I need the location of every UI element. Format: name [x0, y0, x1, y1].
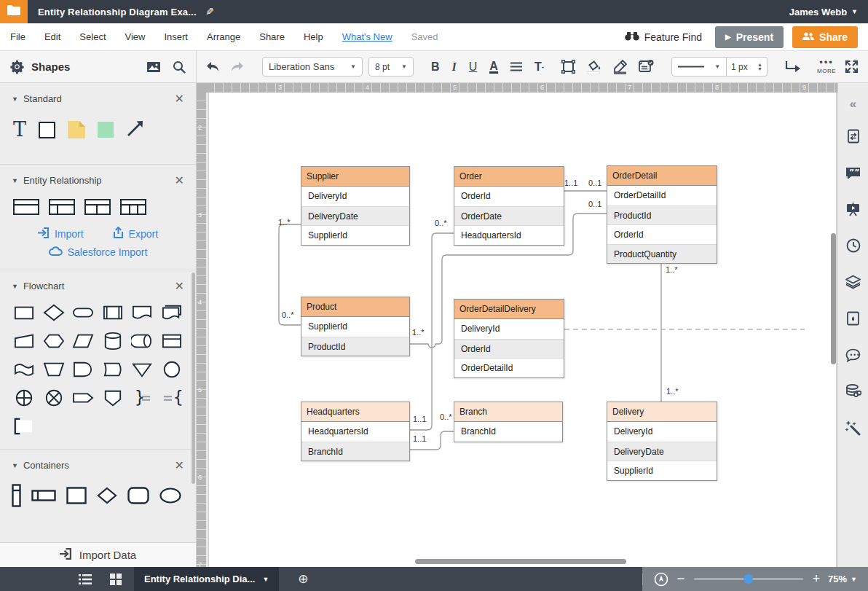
flowchart-loop-limit-shape[interactable]	[72, 388, 94, 410]
close-icon[interactable]: ✕	[175, 458, 184, 472]
presentation-icon[interactable]	[838, 191, 868, 227]
flowchart-merge-shape[interactable]	[131, 360, 153, 382]
er-entity-branch[interactable]: BranchBranchId	[454, 402, 563, 442]
er-entity-row[interactable]: OrderId	[454, 187, 564, 206]
collapse-triangle-icon[interactable]: ▼	[12, 462, 18, 469]
er-table-shape-2[interactable]	[49, 199, 75, 218]
container-rectangle-shape[interactable]	[66, 487, 87, 507]
er-entity-row[interactable]: DeliveryId	[454, 319, 564, 339]
user-menu[interactable]: James Webb ▼	[789, 7, 858, 17]
font-size-select[interactable]: 8 pt ▼	[368, 57, 414, 77]
fit-to-screen-icon[interactable]	[650, 567, 672, 591]
er-entity-row[interactable]: DeliveryId	[607, 422, 717, 442]
container-diamond-shape[interactable]	[97, 487, 117, 507]
flowchart-multi-document-shape[interactable]	[161, 303, 183, 325]
er-entity-row[interactable]: OrderDetailId	[607, 186, 717, 206]
salesforce-import-link[interactable]: Salesforce Import	[49, 246, 148, 258]
zoom-slider[interactable]	[694, 578, 803, 580]
menu-view[interactable]: View	[125, 31, 146, 42]
er-entity-orderdetail[interactable]: OrderDetailOrderDetailIdProductIdOrderId…	[607, 165, 717, 264]
flowchart-direct-access-storage-shape[interactable]	[131, 332, 153, 353]
er-table-shape-3[interactable]	[84, 199, 111, 218]
arrow-shape[interactable]	[126, 119, 145, 141]
data-linking-icon[interactable]	[838, 373, 868, 410]
collapse-triangle-icon[interactable]: ▼	[12, 283, 18, 290]
comments-icon[interactable]: •••	[838, 337, 868, 373]
image-icon[interactable]	[146, 61, 161, 73]
flowchart-predefined-process-shape[interactable]	[102, 303, 124, 325]
er-entity-row[interactable]: SupplierId	[607, 461, 717, 480]
close-icon[interactable]: ✕	[175, 173, 184, 187]
panel-scrollbar[interactable]	[192, 273, 195, 484]
rectangle-shape[interactable]	[39, 122, 55, 138]
undo-icon[interactable]	[205, 61, 220, 72]
flowchart-decision-shape[interactable]	[43, 303, 65, 325]
rename-pencil-icon[interactable]: ✎	[205, 6, 214, 17]
flowchart-preparation-shape[interactable]	[43, 332, 65, 353]
er-entity-orderdetaildelivery[interactable]: OrderDetailDeliveryDeliveryIdOrderIdOrde…	[454, 299, 564, 378]
text-shape[interactable]: T	[13, 121, 26, 138]
er-entity-title[interactable]: Product	[301, 297, 409, 317]
feature-find-button[interactable]: Feature Find	[625, 31, 702, 43]
canvas[interactable]: 3456789 234567 SupplierDeliveryIdDeliver…	[197, 83, 837, 567]
container-horizontal-swimlane-shape[interactable]	[31, 490, 56, 504]
page-grid-icon[interactable]	[103, 567, 128, 591]
menu-help[interactable]: Help	[304, 31, 323, 42]
flowchart-document-shape[interactable]	[131, 303, 153, 325]
er-entity-row[interactable]: SupplierId	[301, 317, 409, 337]
add-page-button[interactable]: ⊕	[292, 571, 314, 587]
canvas-horizontal-scrollbar[interactable]	[415, 559, 626, 564]
shape-style-icon[interactable]	[561, 60, 575, 74]
documents-folder-button[interactable]	[0, 0, 28, 23]
menu-select[interactable]: Select	[79, 31, 106, 42]
container-ellipse-shape[interactable]	[159, 488, 181, 506]
container-rounded-rectangle-shape[interactable]	[127, 487, 149, 507]
page-list-icon[interactable]	[73, 567, 98, 591]
flowchart-tape-shape[interactable]	[13, 360, 35, 382]
collapse-triangle-icon[interactable]: ▼	[12, 95, 18, 103]
flowchart-data-shape[interactable]	[72, 332, 94, 353]
notes-quote-icon[interactable]: ””	[838, 154, 868, 191]
flowchart-database-shape[interactable]	[102, 332, 124, 353]
connector-type-icon[interactable]	[785, 60, 801, 73]
redo-icon[interactable]	[230, 61, 245, 72]
more-tools-button[interactable]: ••• MORE	[817, 60, 836, 74]
text-options-icon[interactable]: T-	[534, 60, 544, 74]
shape-data-icon[interactable]	[639, 60, 654, 74]
er-entity-delivery[interactable]: DeliveryDeliveryIdDeliveryDateSupplierId	[607, 402, 717, 481]
er-entity-title[interactable]: Branch	[454, 402, 562, 422]
flowchart-process-shape[interactable]	[13, 303, 35, 325]
flowchart-manual-operation-shape[interactable]	[43, 360, 65, 382]
whats-new-link[interactable]: What's New	[342, 31, 392, 42]
bold-button[interactable]: B	[431, 60, 440, 74]
zoom-level[interactable]: 75% ▼	[828, 574, 857, 584]
menu-edit[interactable]: Edit	[44, 31, 60, 42]
menu-share[interactable]: Share	[259, 31, 285, 42]
er-entity-headquarters[interactable]: HeadquartersHeadquartersIdBranchId	[301, 402, 410, 461]
er-entity-row[interactable]: ProductQuantity	[607, 244, 717, 264]
font-family-select[interactable]: Liberation Sans ▼	[262, 57, 363, 77]
step-down-icon[interactable]: ▼	[757, 67, 762, 71]
er-entity-row[interactable]: DeliveryId	[301, 187, 409, 206]
fill-color-icon[interactable]	[587, 60, 601, 74]
zoom-out-button[interactable]: −	[672, 571, 690, 587]
flowchart-brace-left-shape[interactable]: {	[161, 388, 183, 410]
import-data-button[interactable]: Import Data	[0, 542, 196, 567]
er-entity-row[interactable]: SupplierId	[301, 225, 409, 245]
container-vertical-swimlane-shape[interactable]	[12, 484, 21, 510]
close-icon[interactable]: ✕	[175, 279, 184, 293]
underline-button[interactable]: U	[469, 60, 478, 74]
er-entity-row[interactable]: OrderDate	[454, 206, 564, 226]
green-square-shape[interactable]	[98, 122, 114, 138]
er-entity-title[interactable]: Supplier	[301, 167, 409, 187]
flowchart-off-page-connector-shape[interactable]	[102, 388, 124, 410]
flowchart-connector-shape[interactable]	[161, 360, 183, 382]
flowchart-display-shape[interactable]	[102, 360, 124, 382]
flowchart-delay-shape[interactable]	[72, 360, 94, 382]
collapse-triangle-icon[interactable]: ▼	[12, 177, 18, 184]
er-entity-title[interactable]: OrderDetailDelivery	[454, 300, 564, 319]
er-entity-title[interactable]: OrderDetail	[607, 166, 717, 186]
present-button[interactable]: ▶ Present	[715, 26, 784, 48]
flowchart-terminator-shape[interactable]	[72, 303, 94, 325]
er-entity-row[interactable]: HeadquartersId	[454, 225, 564, 245]
